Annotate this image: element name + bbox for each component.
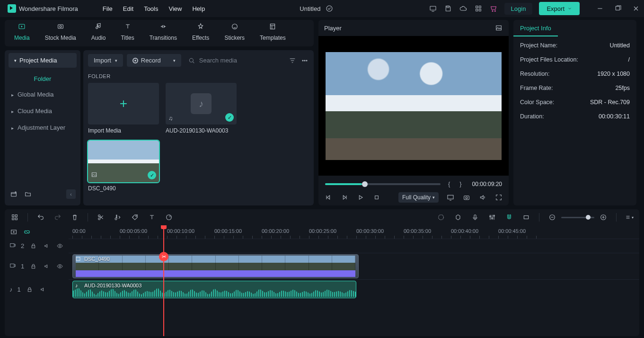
record-dropdown[interactable]: Record▾ bbox=[127, 54, 181, 67]
mic-icon[interactable] bbox=[471, 213, 479, 222]
target-icon[interactable] bbox=[437, 213, 445, 222]
playhead[interactable]: ✂ bbox=[163, 225, 164, 336]
audio-tool-icon[interactable] bbox=[114, 213, 122, 222]
apps-icon[interactable] bbox=[474, 4, 483, 13]
marker-icon[interactable] bbox=[454, 213, 462, 222]
split-icon[interactable] bbox=[97, 213, 105, 222]
display-icon[interactable] bbox=[446, 193, 455, 202]
add-media-box[interactable]: + bbox=[88, 83, 159, 125]
rib-media[interactable]: Media bbox=[7, 23, 37, 46]
color-icon[interactable] bbox=[165, 213, 173, 222]
snapshot-icon[interactable] bbox=[462, 193, 471, 202]
thumb-audio[interactable]: ♪ ♫ ✓ AUD-20190130-WA0003 bbox=[166, 83, 237, 134]
new-bin-icon[interactable] bbox=[9, 190, 18, 198]
menu-file[interactable]: File bbox=[103, 5, 113, 12]
collapse-sidebar-icon[interactable]: ‹ bbox=[66, 189, 76, 199]
project-info-tab[interactable]: Project Info bbox=[513, 20, 558, 36]
prev-frame-icon[interactable] bbox=[324, 193, 333, 202]
snapshot-view-icon[interactable] bbox=[494, 24, 503, 32]
folder-tab[interactable]: Folder bbox=[5, 71, 80, 86]
device-icon[interactable] bbox=[429, 4, 437, 13]
rib-stickers[interactable]: Stickers bbox=[217, 23, 252, 46]
side-global-media[interactable]: Global Media bbox=[5, 86, 80, 103]
scissor-icon[interactable]: ✂ bbox=[159, 252, 168, 261]
lock-icon[interactable] bbox=[26, 285, 34, 294]
crop-icon[interactable] bbox=[522, 213, 530, 222]
rib-transitions[interactable]: Transitions bbox=[142, 23, 185, 46]
maximize-icon[interactable] bbox=[614, 4, 622, 13]
player-canvas[interactable] bbox=[318, 36, 509, 176]
search-media[interactable]: Search media bbox=[185, 55, 284, 66]
play-icon[interactable] bbox=[356, 193, 365, 202]
clip-audio[interactable]: ♪ AUD-20190130-WA0003 bbox=[72, 281, 356, 298]
svg-rect-43 bbox=[10, 243, 14, 247]
mark-in-icon[interactable]: { bbox=[446, 180, 452, 187]
thumb-image[interactable]: ✓ DSC_0490 bbox=[88, 141, 159, 192]
track-head-v1[interactable]: 1 bbox=[5, 253, 69, 279]
mute-icon[interactable] bbox=[42, 241, 51, 250]
eye-icon[interactable] bbox=[55, 262, 64, 270]
menu-help[interactable]: Help bbox=[192, 5, 205, 12]
svg-point-25 bbox=[466, 197, 468, 199]
close-icon[interactable] bbox=[632, 4, 640, 13]
time-ruler[interactable]: 00:0000:00:05:0000:00:10:0000:00:15:0000… bbox=[69, 225, 639, 239]
track-head-v2[interactable]: 2 bbox=[5, 239, 69, 253]
side-adjustment-layer[interactable]: Adjustment Layer bbox=[5, 119, 80, 136]
text-tool-icon[interactable] bbox=[148, 213, 156, 222]
thumb-import[interactable]: + Import Media bbox=[88, 83, 159, 134]
mark-out-icon[interactable]: } bbox=[458, 180, 463, 187]
lane-v1[interactable]: DSC_0490 bbox=[69, 253, 639, 279]
layout-icon[interactable] bbox=[10, 213, 19, 222]
add-track-icon[interactable] bbox=[9, 228, 18, 236]
cloud-icon[interactable] bbox=[459, 4, 468, 13]
fullscreen-icon[interactable] bbox=[494, 193, 503, 202]
list-view-icon[interactable]: ▾ bbox=[625, 213, 634, 222]
clip-video[interactable]: DSC_0490 bbox=[72, 254, 359, 278]
lane-a1[interactable]: ♪ AUD-20190130-WA0003 bbox=[69, 279, 639, 299]
delete-icon[interactable] bbox=[71, 213, 79, 222]
next-frame-icon[interactable] bbox=[340, 193, 349, 202]
link-icon[interactable] bbox=[23, 228, 31, 236]
lane-v2[interactable] bbox=[69, 239, 639, 253]
mute-icon[interactable] bbox=[42, 262, 51, 270]
import-dropdown[interactable]: Import▾ bbox=[88, 54, 123, 67]
scrub-track[interactable] bbox=[325, 183, 441, 185]
mute-icon[interactable] bbox=[39, 285, 47, 294]
filter-icon[interactable] bbox=[288, 56, 297, 65]
zoom-out-icon[interactable] bbox=[548, 213, 556, 222]
stop-icon[interactable] bbox=[372, 193, 381, 202]
redo-icon[interactable] bbox=[53, 213, 62, 222]
zoom-slider[interactable] bbox=[561, 217, 594, 218]
eye-icon[interactable] bbox=[55, 241, 64, 250]
rib-stock[interactable]: Stock Media bbox=[37, 23, 84, 46]
tag-icon[interactable] bbox=[131, 213, 139, 222]
menu-view[interactable]: View bbox=[168, 5, 182, 12]
project-media-button[interactable]: ▾Project Media bbox=[9, 53, 77, 68]
audio-thumb[interactable]: ♪ ♫ ✓ bbox=[166, 83, 237, 125]
mixer-icon[interactable] bbox=[488, 213, 496, 222]
image-thumb[interactable]: ✓ bbox=[88, 141, 159, 182]
menu-tools[interactable]: Tools bbox=[144, 5, 158, 12]
side-cloud-media[interactable]: Cloud Media bbox=[5, 103, 80, 119]
minimize-icon[interactable] bbox=[596, 4, 604, 13]
track-head-a1[interactable]: ♪1 bbox=[5, 279, 69, 299]
save-icon[interactable] bbox=[444, 4, 452, 13]
zoom-in-icon[interactable] bbox=[599, 213, 608, 222]
track-area[interactable]: 00:0000:00:05:0000:00:10:0000:00:15:0000… bbox=[69, 225, 639, 336]
quality-dropdown[interactable]: Full Quality▾ bbox=[398, 192, 439, 203]
volume-icon[interactable] bbox=[478, 193, 487, 202]
lock-icon[interactable] bbox=[29, 241, 37, 250]
magnet-icon[interactable] bbox=[505, 213, 513, 222]
rib-templates[interactable]: Templates bbox=[252, 23, 293, 46]
rib-effects[interactable]: Effects bbox=[185, 23, 217, 46]
undo-icon[interactable] bbox=[36, 213, 45, 222]
more-icon[interactable] bbox=[300, 56, 309, 65]
login-button[interactable]: Login bbox=[504, 3, 533, 15]
cart-icon[interactable] bbox=[489, 4, 498, 13]
rib-audio[interactable]: Audio bbox=[84, 23, 114, 46]
menu-edit[interactable]: Edit bbox=[123, 5, 133, 12]
export-button[interactable]: Export bbox=[539, 2, 580, 15]
folder-icon[interactable] bbox=[24, 190, 32, 198]
lock-icon[interactable] bbox=[29, 262, 37, 270]
rib-titles[interactable]: Titles bbox=[113, 23, 141, 46]
